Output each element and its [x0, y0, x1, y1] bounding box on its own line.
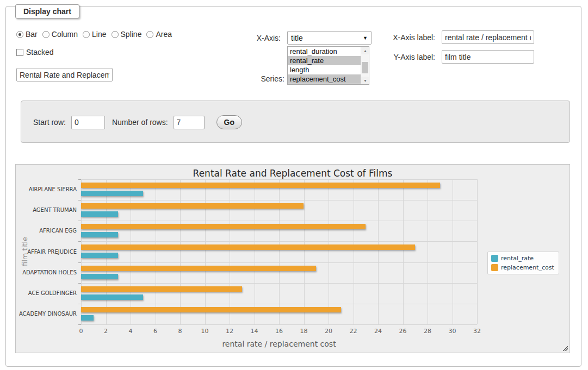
stacked-checkbox[interactable]: [16, 49, 23, 56]
chart-type-line[interactable]: Line: [83, 30, 106, 39]
category-label: ACADEMY DINOSAUR: [18, 311, 77, 317]
stacked-option[interactable]: Stacked: [16, 48, 54, 57]
x-tick-label: 26: [399, 328, 407, 335]
x-axis-select[interactable]: title ▼: [287, 31, 372, 45]
x-tick-label: 28: [424, 328, 431, 335]
radio-icon[interactable]: [42, 31, 49, 38]
bar-rental_rate-academy-dinosaur[interactable]: [81, 315, 94, 321]
x-tick-label: 30: [449, 328, 456, 335]
category-label: AGENT TRUMAN: [18, 207, 77, 213]
chart-title-input[interactable]: [16, 68, 113, 81]
row-range-panel: Start row: Number of rows: Go: [21, 101, 570, 143]
gridline-x: [205, 179, 206, 324]
bar-rental_rate-african-egg[interactable]: [81, 232, 118, 237]
x-tick-label: 32: [473, 328, 481, 335]
x-tick-label: 18: [300, 328, 308, 335]
x-tick-label: 2: [104, 328, 108, 335]
y-axis-label-input[interactable]: [442, 50, 534, 64]
scroll-down-icon[interactable]: ▼: [361, 77, 369, 84]
legend-swatch-icon: [491, 264, 498, 271]
x-tick-label: 10: [201, 328, 209, 335]
category-label: ACE GOLDFINGER: [18, 290, 77, 296]
gridline-x: [279, 179, 280, 324]
go-button[interactable]: Go: [216, 115, 242, 129]
y-tickmark: [78, 179, 81, 180]
x-tick-label: 6: [153, 328, 157, 335]
bar-rental_rate-airplane-sierra[interactable]: [81, 191, 143, 196]
gridline-x: [304, 179, 305, 324]
radio-icon[interactable]: [16, 31, 23, 38]
x-axis-select-value: title: [291, 34, 303, 42]
bar-replacement_cost-academy-dinosaur[interactable]: [81, 307, 341, 312]
series-option-rental_duration[interactable]: rental_duration: [288, 47, 361, 56]
display-chart-tab[interactable]: Display chart: [15, 4, 79, 18]
gridline-x: [477, 179, 478, 324]
bar-rental_rate-agent-truman[interactable]: [81, 211, 118, 217]
gridline-x: [329, 179, 329, 324]
gridline-x: [180, 179, 181, 324]
x-tick-label: 16: [275, 328, 283, 335]
series-listbox[interactable]: rental_durationrental_ratelengthreplacem…: [287, 46, 369, 85]
x-tick-label: 22: [350, 328, 357, 335]
plot-area: [81, 179, 477, 324]
bar-rental_rate-adaptation-holes[interactable]: [81, 274, 118, 279]
radio-label: Spline: [121, 30, 142, 39]
bar-replacement_cost-airplane-sierra[interactable]: [81, 183, 440, 188]
chart-type-group: BarColumnLineSplineArea: [16, 30, 172, 39]
x-tick-label: 24: [374, 328, 382, 335]
gridline-x: [255, 179, 255, 324]
legend-label: rental_rate: [501, 255, 534, 262]
category-label: AFFAIR PREJUDICE: [18, 249, 77, 255]
legend-item-rental_rate[interactable]: rental_rate: [491, 255, 554, 262]
chart-type-bar[interactable]: Bar: [16, 30, 38, 39]
chart-legend: rental_ratereplacement_cost: [487, 252, 559, 274]
legend-item-replacement_cost[interactable]: replacement_cost: [491, 264, 554, 271]
x-tick-label: 20: [325, 328, 332, 335]
chart-type-column[interactable]: Column: [42, 30, 78, 39]
y-tickmark: [78, 262, 81, 263]
y-tickmark: [78, 283, 81, 284]
gridline-y: [81, 200, 477, 200]
bar-replacement_cost-ace-goldfinger[interactable]: [81, 286, 242, 292]
chart-type-spline[interactable]: Spline: [112, 30, 142, 39]
gridline-x: [106, 179, 107, 324]
radio-icon[interactable]: [83, 31, 90, 38]
x-axis-label-input[interactable]: [442, 30, 534, 44]
gridline-x: [81, 179, 82, 324]
x-tick-label: 12: [226, 328, 233, 335]
resize-grip-icon[interactable]: [562, 345, 568, 351]
bar-replacement_cost-adaptation-holes[interactable]: [81, 266, 316, 271]
bar-rental_rate-affair-prejudice[interactable]: [81, 253, 118, 258]
bar-replacement_cost-agent-truman[interactable]: [81, 203, 304, 209]
series-scrollbar[interactable]: ▲ ▼: [361, 47, 369, 84]
number-of-rows-input[interactable]: [174, 116, 205, 129]
gridline-y: [81, 262, 477, 263]
series-options: rental_durationrental_ratelengthreplacem…: [288, 47, 361, 84]
series-option-rental_rate[interactable]: rental_rate: [288, 56, 361, 65]
legend-label: replacement_cost: [501, 264, 554, 271]
gridline-y: [81, 221, 477, 221]
start-row-input[interactable]: [71, 116, 105, 129]
start-row-label: Start row:: [33, 118, 66, 127]
y-axis-label-label: Y-Axis label:: [381, 53, 435, 61]
radio-icon[interactable]: [146, 31, 153, 38]
gridline-x: [230, 179, 230, 324]
series-option-length[interactable]: length: [288, 65, 361, 74]
bar-replacement_cost-african-egg[interactable]: [81, 224, 366, 229]
y-tickmark: [78, 324, 81, 325]
y-tickmark: [78, 221, 81, 221]
gridline-x: [403, 179, 404, 324]
bar-rental_rate-ace-goldfinger[interactable]: [81, 294, 143, 300]
gridline-y: [81, 324, 477, 325]
gridline-y: [81, 304, 477, 304]
series-option-replacement_cost[interactable]: replacement_cost: [288, 74, 361, 84]
chart-panel: Rental Rate and Replacement Cost of Film…: [15, 164, 570, 353]
scroll-up-icon[interactable]: ▲: [361, 47, 369, 54]
scrollbar-thumb[interactable]: [362, 62, 368, 73]
radio-icon[interactable]: [112, 31, 119, 38]
gridline-x: [378, 179, 379, 324]
radio-label: Area: [156, 30, 172, 39]
gridline-x: [428, 179, 428, 324]
bar-replacement_cost-affair-prejudice[interactable]: [81, 244, 415, 250]
chart-type-area[interactable]: Area: [146, 30, 172, 39]
